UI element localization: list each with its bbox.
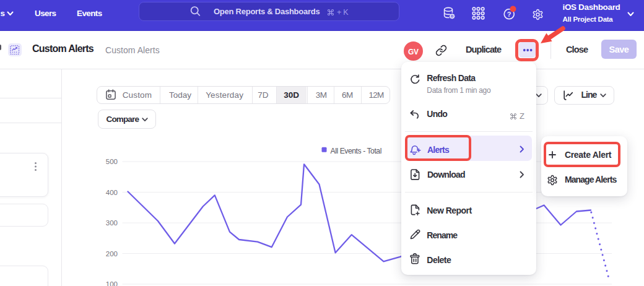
svg-text:All Events - Total: All Events - Total [331, 147, 381, 155]
svg-text:200: 200 [106, 250, 118, 258]
svg-text:100: 100 [106, 280, 118, 286]
svg-text:400: 400 [106, 189, 118, 196]
svg-text:300: 300 [106, 219, 118, 227]
svg-text:500: 500 [106, 158, 118, 165]
